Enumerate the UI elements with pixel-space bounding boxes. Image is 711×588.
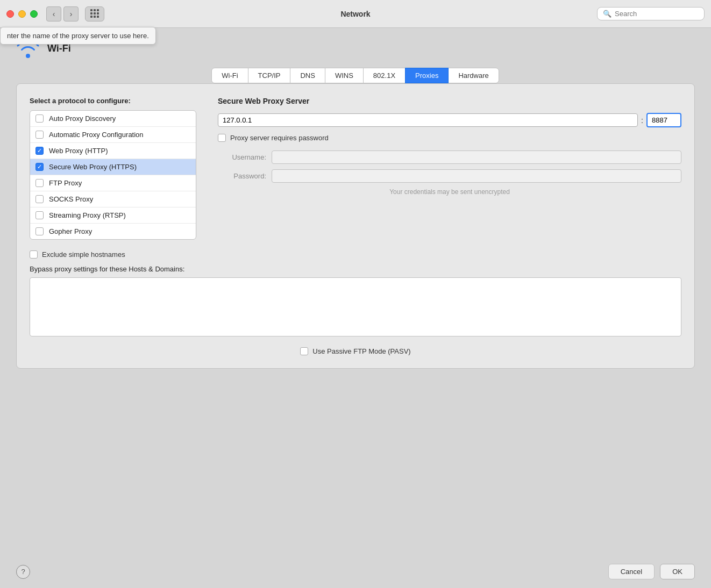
tab-bar: Wi-Fi TCP/IP DNS WINS 802.1X Proxies Har… <box>16 68 695 83</box>
grid-icon <box>90 9 99 18</box>
password-input[interactable] <box>272 169 681 183</box>
tooltip: nter the name of the proxy server to use… <box>0 27 156 45</box>
server-row: : <box>218 113 681 127</box>
search-icon: 🔍 <box>603 10 612 18</box>
panel-inner: Select a protocol to configure: Auto Pro… <box>30 97 681 240</box>
checkbox-socks-proxy[interactable] <box>35 195 44 203</box>
protocol-item-automatic-proxy-config[interactable]: Automatic Proxy Configuration <box>30 127 196 143</box>
username-label: Username: <box>218 153 266 161</box>
tab-8021x[interactable]: 802.1X <box>363 68 406 83</box>
tab-dns[interactable]: DNS <box>290 68 325 83</box>
protocol-item-auto-proxy-discovery[interactable]: Auto Proxy Discovery <box>30 111 196 127</box>
titlebar: ‹ › Network 🔍 <box>0 0 711 28</box>
protocol-list: Auto Proxy Discovery Automatic Proxy Con… <box>30 110 196 240</box>
footer: ? Cancel OK <box>0 555 711 588</box>
pasv-row: Use Passive FTP Mode (PASV) <box>30 347 681 355</box>
username-input[interactable] <box>272 150 681 164</box>
forward-button[interactable]: › <box>63 6 79 21</box>
checkbox-gopher-proxy[interactable] <box>35 227 44 235</box>
tab-wifi[interactable]: Wi-Fi <box>211 68 248 83</box>
checkbox-ftp-proxy[interactable] <box>35 179 44 187</box>
cancel-button[interactable]: Cancel <box>608 564 655 579</box>
protocol-item-ftp-proxy[interactable]: FTP Proxy <box>30 175 196 191</box>
nav-buttons: ‹ › <box>46 6 104 21</box>
protocol-item-web-proxy-http[interactable]: Web Proxy (HTTP) <box>30 143 196 159</box>
colon-separator: : <box>641 116 643 125</box>
minimize-button[interactable] <box>18 10 26 18</box>
bypass-title: Bypass proxy settings for these Hosts & … <box>30 265 681 273</box>
ok-button[interactable]: OK <box>660 564 695 579</box>
password-row: Password: <box>218 169 681 183</box>
pasv-label: Use Passive FTP Mode (PASV) <box>312 347 410 355</box>
checkbox-pasv[interactable] <box>300 347 308 355</box>
port-input[interactable] <box>646 113 681 127</box>
proxy-config-title: Secure Web Proxy Server <box>218 97 681 105</box>
help-button[interactable]: ? <box>16 565 30 579</box>
password-checkbox-row: Proxy server requires password <box>218 134 681 142</box>
protocol-item-streaming-proxy[interactable]: Streaming Proxy (RTSP) <box>30 207 196 224</box>
exclude-label: Exclude simple hostnames <box>42 250 125 259</box>
exclude-row: Exclude simple hostnames <box>30 250 681 259</box>
main-content: Wi-Fi Wi-Fi TCP/IP DNS WINS 802.1X Proxi… <box>0 28 711 379</box>
username-row: Username: <box>218 150 681 164</box>
maximize-button[interactable] <box>30 10 38 18</box>
tab-wins[interactable]: WINS <box>325 68 364 83</box>
tab-tcpip[interactable]: TCP/IP <box>248 68 291 83</box>
search-input[interactable] <box>615 10 699 18</box>
protocol-item-gopher-proxy[interactable]: Gopher Proxy <box>30 224 196 239</box>
back-button[interactable]: ‹ <box>46 6 61 21</box>
grid-button[interactable] <box>85 6 104 21</box>
proxy-config: Secure Web Proxy Server : Proxy server r… <box>218 97 681 240</box>
tab-hardware[interactable]: Hardware <box>448 68 499 83</box>
checkbox-exclude-simple-hostnames[interactable] <box>30 250 38 259</box>
window-title: Network <box>340 10 370 18</box>
checkbox-streaming-proxy[interactable] <box>35 211 44 219</box>
checkbox-auto-proxy-discovery[interactable] <box>35 114 44 123</box>
settings-panel: Select a protocol to configure: Auto Pro… <box>16 83 695 369</box>
server-address-input[interactable] <box>218 113 638 127</box>
window-controls <box>6 10 38 18</box>
bypass-textarea[interactable] <box>30 277 681 336</box>
checkbox-secure-web-proxy[interactable] <box>35 163 44 171</box>
protocol-item-secure-web-proxy[interactable]: Secure Web Proxy (HTTPS) <box>30 159 196 175</box>
password-label: Password: <box>218 172 266 180</box>
bottom-section: Exclude simple hostnames Bypass proxy se… <box>30 250 681 355</box>
protocol-item-socks-proxy[interactable]: SOCKS Proxy <box>30 191 196 207</box>
protocol-section: Select a protocol to configure: Auto Pro… <box>30 97 196 240</box>
requires-password-label: Proxy server requires password <box>230 134 329 142</box>
checkbox-web-proxy-http[interactable] <box>35 147 44 155</box>
search-box[interactable]: 🔍 <box>597 7 705 20</box>
credentials-note: Your credentials may be sent unencrypted <box>218 188 681 196</box>
protocol-section-title: Select a protocol to configure: <box>30 97 196 105</box>
close-button[interactable] <box>6 10 14 18</box>
checkbox-requires-password[interactable] <box>218 134 226 142</box>
tab-proxies[interactable]: Proxies <box>405 68 449 83</box>
checkbox-automatic-proxy-config[interactable] <box>35 131 44 139</box>
